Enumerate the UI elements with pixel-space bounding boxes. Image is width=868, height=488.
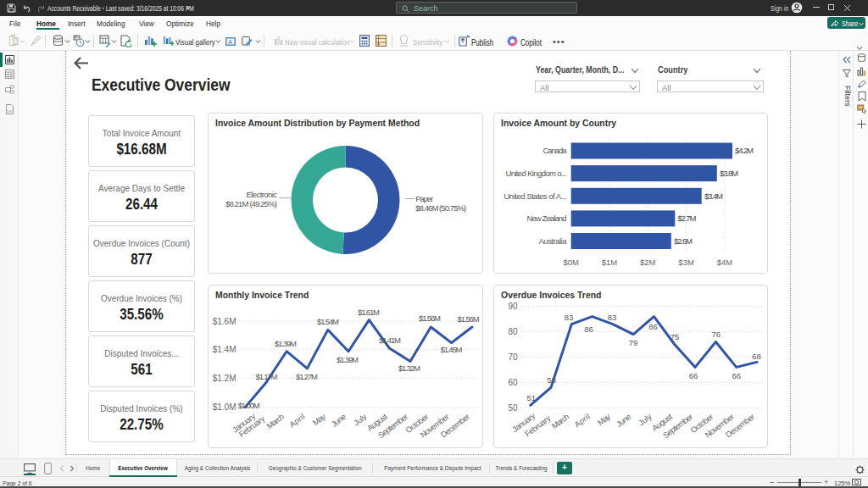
svg-text:United States of A...: United States of A... — [504, 191, 567, 201]
svg-text:A: A — [228, 37, 232, 45]
svg-text:66: 66 — [689, 371, 698, 380]
svg-text:$3.8M: $3.8M — [720, 169, 738, 178]
svg-text:86: 86 — [584, 324, 593, 334]
svg-text:$1.32M: $1.32M — [398, 363, 420, 373]
svg-text:May: May — [311, 412, 328, 428]
svg-text:$4M: $4M — [717, 258, 733, 267]
svg-text:$2M: $2M — [640, 258, 656, 267]
svg-text:86: 86 — [648, 322, 658, 331]
svg-text:$4.2M: $4.2M — [735, 146, 754, 155]
svg-text:$1.61M: $1.61M — [358, 308, 380, 317]
svg-text:76: 76 — [712, 330, 721, 339]
svg-text:$1.17M: $1.17M — [256, 372, 278, 381]
svg-text:April: April — [287, 412, 307, 430]
svg-text:$1.00M: $1.00M — [238, 401, 260, 410]
svg-text:68: 68 — [752, 352, 761, 361]
svg-text:New Zealand: New Zealand — [527, 214, 567, 223]
svg-text:70: 70 — [508, 352, 518, 362]
svg-text:April: April — [572, 412, 592, 430]
svg-text:$1.39M: $1.39M — [275, 339, 297, 348]
svg-text:80: 80 — [508, 327, 518, 336]
svg-text:66: 66 — [732, 371, 741, 380]
svg-text:March: March — [264, 412, 286, 431]
svg-text:$8.21M (49.25%): $8.21M (49.25%) — [225, 199, 277, 208]
svg-text:$2.6M: $2.6M — [674, 236, 693, 246]
svg-text:58: 58 — [548, 375, 557, 385]
svg-text:90: 90 — [508, 302, 518, 311]
svg-text:75: 75 — [670, 332, 680, 341]
svg-text:United Kingdom o...: United Kingdom o... — [506, 169, 567, 178]
svg-text:DAX: DAX — [7, 109, 13, 113]
svg-text:$1.6M: $1.6M — [213, 317, 236, 326]
svg-text:83: 83 — [565, 313, 574, 322]
svg-text:$1.54M: $1.54M — [317, 317, 339, 326]
svg-text:60: 60 — [508, 378, 518, 387]
svg-text:$8.46M (50.75%): $8.46M (50.75%) — [415, 203, 466, 213]
svg-text:50: 50 — [508, 403, 518, 413]
svg-text:$3M: $3M — [678, 258, 694, 267]
svg-text:51: 51 — [527, 393, 537, 402]
svg-text:Canada: Canada — [543, 146, 568, 155]
svg-text:June: June — [330, 412, 348, 429]
svg-text:$1.0M: $1.0M — [213, 402, 236, 412]
svg-text:June: June — [615, 412, 633, 429]
svg-text:$1.27M: $1.27M — [296, 372, 318, 381]
svg-text:$1M: $1M — [602, 258, 618, 267]
svg-text:$0M: $0M — [563, 258, 579, 267]
svg-text:$1.2M: $1.2M — [213, 374, 236, 383]
svg-text:$1.4M: $1.4M — [213, 345, 236, 354]
svg-text:March: March — [550, 412, 571, 431]
svg-text:$1.39M: $1.39M — [337, 355, 359, 364]
svg-text:Paper: Paper — [415, 194, 433, 203]
svg-text:$3.4M: $3.4M — [704, 191, 723, 201]
svg-text:Australia: Australia — [539, 236, 568, 246]
svg-text:83: 83 — [608, 313, 617, 322]
svg-text:Electronic: Electronic — [247, 190, 278, 199]
svg-text:$1.41M: $1.41M — [379, 336, 401, 345]
svg-text:$1.56M: $1.56M — [458, 314, 480, 324]
svg-text:May: May — [596, 412, 613, 428]
svg-text:$2.7M: $2.7M — [677, 214, 696, 223]
svg-text:$1.56M: $1.56M — [419, 313, 441, 323]
svg-text:$1.45M: $1.45M — [441, 345, 463, 354]
svg-text:79: 79 — [629, 338, 638, 347]
